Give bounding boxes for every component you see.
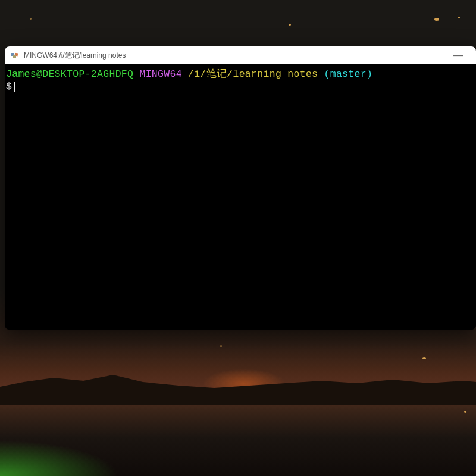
- star-icon: [30, 18, 32, 20]
- star-icon: [434, 18, 439, 21]
- cursor: [14, 82, 15, 92]
- minimize-button[interactable]: —: [446, 52, 470, 59]
- prompt-path: /i/笔记/learning notes: [188, 68, 318, 80]
- prompt-user-host: James@DESKTOP-2AGHDFQ: [6, 68, 133, 80]
- window-title: MINGW64:/i/笔记/learning notes: [24, 51, 446, 61]
- star-icon: [289, 24, 291, 26]
- star-icon: [464, 411, 466, 413]
- titlebar[interactable]: MINGW64:/i/笔记/learning notes —: [5, 46, 476, 64]
- prompt-line-1: James@DESKTOP-2AGHDFQ MINGW64 /i/笔记/lear…: [6, 68, 475, 80]
- app-icon: [11, 51, 19, 60]
- svg-rect-2: [13, 55, 16, 58]
- foreground-glow: [0, 440, 119, 476]
- prompt-branch: (master): [324, 68, 373, 80]
- prompt-symbol: $: [6, 81, 12, 92]
- prompt-line-2: $: [6, 80, 475, 93]
- mountain-silhouette: [0, 357, 476, 405]
- star-icon: [458, 17, 460, 18]
- terminal-window: MINGW64:/i/笔记/learning notes — James@DES…: [5, 46, 476, 330]
- star-icon: [220, 345, 222, 347]
- terminal-body[interactable]: James@DESKTOP-2AGHDFQ MINGW64 /i/笔记/lear…: [5, 64, 476, 330]
- prompt-env: MINGW64: [139, 68, 181, 80]
